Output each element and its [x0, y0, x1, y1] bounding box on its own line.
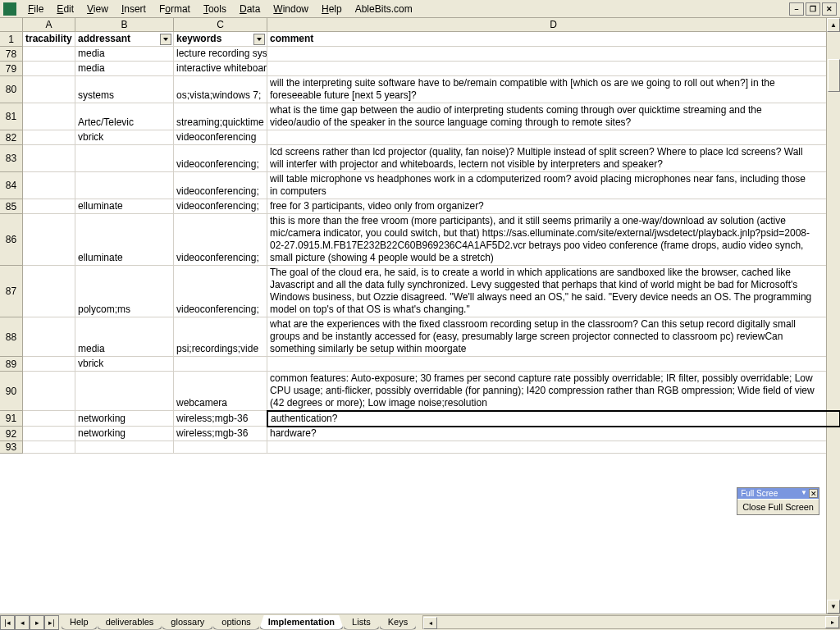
row-header-1[interactable]: 1: [0, 32, 23, 47]
dropdown-icon[interactable]: ▼: [801, 489, 807, 496]
cell[interactable]: hardware?: [267, 427, 840, 441]
cell[interactable]: media: [75, 47, 174, 62]
scroll-left-button[interactable]: ◂: [423, 617, 437, 629]
cell[interactable]: elluminate: [75, 199, 174, 214]
row-header[interactable]: 84: [0, 172, 23, 199]
cell[interactable]: [23, 103, 75, 130]
next-tab-button[interactable]: ▸: [30, 615, 44, 630]
row-header[interactable]: 82: [0, 130, 23, 145]
row-header[interactable]: 81: [0, 103, 23, 130]
cell[interactable]: [23, 427, 75, 441]
cell[interactable]: media: [75, 62, 174, 76]
select-all-corner[interactable]: [0, 18, 23, 32]
cell[interactable]: [23, 47, 75, 62]
cell[interactable]: videoconferencing;: [174, 145, 267, 172]
row-header[interactable]: 89: [0, 357, 23, 372]
cell[interactable]: will the interpreting suite software hav…: [267, 76, 840, 103]
menu-format[interactable]: Format: [153, 2, 197, 16]
tab-lists[interactable]: Lists: [343, 615, 380, 630]
cell[interactable]: [267, 357, 840, 372]
cell[interactable]: wireless;mgb-36: [174, 411, 267, 427]
cell[interactable]: authentication?: [267, 410, 840, 427]
tab-help[interactable]: Help: [61, 615, 98, 630]
menu-edit[interactable]: Edit: [50, 2, 80, 16]
cell[interactable]: will table microphone vs headphones work…: [267, 172, 840, 199]
grid-body[interactable]: 1 tracability addressant keywords commen…: [0, 32, 840, 614]
cell[interactable]: free for 3 participants, video only from…: [267, 199, 840, 214]
cell[interactable]: [75, 372, 174, 411]
cell[interactable]: [75, 441, 174, 454]
cell[interactable]: os;vista;windows 7;: [174, 76, 267, 103]
col-header-a[interactable]: A: [23, 18, 75, 32]
cell[interactable]: [174, 357, 267, 372]
menu-tools[interactable]: Tools: [197, 2, 233, 16]
cell[interactable]: elluminate: [75, 214, 174, 266]
cell[interactable]: media: [75, 317, 174, 357]
row-header[interactable]: 85: [0, 199, 23, 214]
filter-arrow-icon[interactable]: [160, 34, 171, 45]
row-header[interactable]: 90: [0, 372, 23, 411]
cell[interactable]: vbrick: [75, 357, 174, 372]
cell[interactable]: videoconferencing: [174, 130, 267, 145]
vertical-scrollbar[interactable]: ▲ ▼: [826, 18, 840, 614]
scroll-up-button[interactable]: ▲: [827, 18, 840, 32]
row-header[interactable]: 88: [0, 317, 23, 357]
cell[interactable]: this is more than the free vroom (more p…: [267, 214, 840, 266]
cell[interactable]: wireless;mgb-36: [174, 427, 267, 441]
filter-arrow-icon[interactable]: [253, 34, 265, 45]
cell[interactable]: [23, 266, 75, 317]
menu-insert[interactable]: Insert: [115, 2, 153, 16]
menu-data[interactable]: Data: [233, 2, 267, 16]
cell[interactable]: [23, 357, 75, 372]
cell[interactable]: [23, 130, 75, 145]
tab-keys[interactable]: Keys: [379, 615, 417, 630]
cell[interactable]: The goal of the cloud era, he said, is t…: [267, 266, 840, 317]
menu-view[interactable]: View: [80, 2, 115, 16]
cell-header-comment[interactable]: comment: [267, 32, 840, 47]
cell[interactable]: [75, 172, 174, 199]
cell[interactable]: [267, 441, 840, 454]
row-header[interactable]: 91: [0, 411, 23, 427]
cell[interactable]: [23, 172, 75, 199]
menu-ablebits[interactable]: AbleBits.com: [349, 2, 419, 16]
minimize-button[interactable]: –: [789, 2, 804, 16]
cell[interactable]: [23, 145, 75, 172]
cell[interactable]: [23, 214, 75, 266]
cell-header-addressant[interactable]: addressant: [75, 32, 174, 47]
cell[interactable]: [174, 441, 267, 454]
tab-options[interactable]: options: [212, 615, 259, 630]
tab-deliverables[interactable]: deliverables: [97, 615, 163, 630]
row-header[interactable]: 92: [0, 427, 23, 441]
close-icon[interactable]: ✕: [809, 489, 818, 498]
cell[interactable]: vbrick: [75, 130, 174, 145]
row-header[interactable]: 83: [0, 145, 23, 172]
menu-help[interactable]: Help: [315, 2, 349, 16]
cell[interactable]: psi;recordings;vide: [174, 317, 267, 357]
cell[interactable]: [23, 76, 75, 103]
cell[interactable]: [267, 62, 840, 76]
cell[interactable]: systems: [75, 76, 174, 103]
cell[interactable]: videoconferencing;: [174, 266, 267, 317]
cell[interactable]: videoconferencing;: [174, 199, 267, 214]
cell[interactable]: [267, 130, 840, 145]
cell[interactable]: [23, 441, 75, 454]
cell[interactable]: Artec/Televic: [75, 103, 174, 130]
scroll-right-button[interactable]: ▸: [825, 616, 839, 628]
cell-header-keywords[interactable]: keywords: [174, 32, 267, 47]
cell[interactable]: networking: [75, 427, 174, 441]
row-header[interactable]: 93: [0, 441, 23, 454]
cell[interactable]: lecture recording system: [174, 47, 267, 62]
fullscreen-title[interactable]: Full Scree ▼ ✕: [737, 488, 819, 499]
row-header[interactable]: 86: [0, 214, 23, 266]
cell[interactable]: videoconferencing;: [174, 172, 267, 199]
col-header-b[interactable]: B: [75, 18, 174, 32]
cell[interactable]: webcamera: [174, 372, 267, 411]
cell[interactable]: polycom;ms: [75, 266, 174, 317]
row-header[interactable]: 78: [0, 47, 23, 62]
first-tab-button[interactable]: |◂: [0, 615, 15, 630]
close-button[interactable]: ✕: [822, 2, 837, 16]
col-header-d[interactable]: D: [267, 18, 840, 32]
cell[interactable]: [23, 372, 75, 411]
cell[interactable]: [23, 411, 75, 427]
cell[interactable]: networking: [75, 411, 174, 427]
